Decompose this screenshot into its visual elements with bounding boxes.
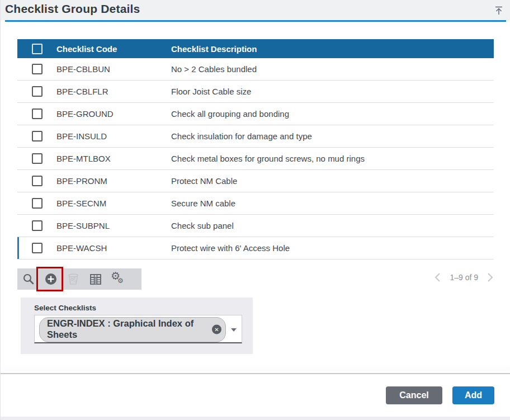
collapse-to-top-icon[interactable] [494,6,504,16]
gears-glyph: ⚙ ⚙ [111,272,125,286]
pagination: 1–9 of 9 [435,272,493,282]
row-code: BPE-WACSH [56,243,171,253]
window-bottom-edge [1,417,510,420]
table-row[interactable]: BPE-MTLBOX Check metal boxes for ground … [17,148,494,170]
grid-view-icon[interactable] [84,268,107,290]
add-icon[interactable] [40,268,62,290]
checklist-group-details-dialog: Checklist Group Details Checklist Code C… [0,0,510,420]
row-checkbox[interactable] [32,64,42,74]
row-checkbox[interactable] [32,131,42,141]
table-body: BPE-CBLBUN No > 2 Cables bundled BPE-CBL… [17,58,494,259]
row-description: Check sub panel [171,221,494,230]
row-description: Protect wire with 6' Access Hole [171,243,494,253]
pagination-label: 1–9 of 9 [450,273,478,282]
footer-divider [1,373,510,374]
table-row[interactable]: BPE-INSULD Check insulation for damage a… [17,125,494,148]
row-description: Protect NM Cable [171,176,494,186]
row-checkbox[interactable] [32,86,42,97]
row-code: BPE-PRONM [56,176,171,186]
select-checklists-panel: Select Checklists ENGR-INDEX : Graphical… [21,298,253,354]
page-title: Checklist Group Details [5,2,140,16]
chevron-left-icon[interactable] [435,272,441,282]
delete-icon [62,268,84,290]
search-icon[interactable] [17,268,40,290]
checklist-table: Checklist Code Checklist Description BPE… [17,39,494,259]
table-row[interactable]: BPE-SECNM Secure NM cable [17,192,494,215]
row-code: BPE-CBLBUN [56,64,171,74]
column-header-checklist-code[interactable]: Checklist Code [56,44,171,54]
row-checkbox[interactable] [32,108,42,119]
select-checklists-label: Select Checklists [34,304,96,312]
caret-down-icon[interactable] [231,328,237,332]
select-all-checkbox[interactable] [32,44,42,54]
checklist-multiselect-input[interactable]: ENGR-INDEX : Graphical Index of Sheets ✕ [34,315,242,343]
row-description: No > 2 Cables bundled [171,64,494,74]
chip-label: ENGR-INDEX : Graphical Index of Sheets [47,318,209,341]
row-checkbox[interactable] [32,176,42,186]
row-code: BPE-MTLBOX [56,154,171,163]
row-description: Secure NM cable [171,199,494,208]
row-description: Check metal boxes for ground screws, no … [171,154,494,163]
row-code: BPE-SECNM [56,199,171,208]
cancel-button[interactable]: Cancel [386,386,442,404]
header-accent-line [5,20,506,22]
table-header-row: Checklist Code Checklist Description [17,39,494,58]
table-row[interactable]: BPE-WACSH Protect wire with 6' Access Ho… [17,237,494,259]
table-row[interactable]: BPE-SUBPNL Check sub panel [17,215,494,237]
table-toolbar: ⚙ ⚙ [17,268,141,290]
row-code: BPE-CBLFLR [56,87,171,96]
row-checkbox[interactable] [32,198,42,209]
column-header-checklist-description[interactable]: Checklist Description [171,44,494,54]
row-code: BPE-INSULD [56,131,171,141]
table-row[interactable]: BPE-GROUND Check all grouping and bondin… [17,103,494,125]
remove-chip-icon[interactable]: ✕ [212,325,221,334]
row-description: Check all grouping and bonding [171,109,494,119]
row-code: BPE-GROUND [56,109,171,119]
row-description: Check insulation for damage and type [171,131,494,141]
settings-gears-icon[interactable]: ⚙ ⚙ [107,268,129,290]
table-row[interactable]: BPE-PRONM Protect NM Cable [17,170,494,192]
table-row[interactable]: BPE-CBLBUN No > 2 Cables bundled [17,58,494,81]
row-code: BPE-SUBPNL [56,221,171,230]
add-button[interactable]: Add [452,386,494,404]
dialog-header: Checklist Group Details [1,0,510,20]
selected-checklist-chip[interactable]: ENGR-INDEX : Graphical Index of Sheets ✕ [39,317,226,342]
table-row[interactable]: BPE-CBLFLR Floor Joist Cable size [17,81,494,103]
chevron-right-icon[interactable] [487,272,493,282]
row-checkbox[interactable] [32,153,42,164]
row-description: Floor Joist Cable size [171,87,494,96]
row-checkbox[interactable] [32,220,42,231]
row-checkbox[interactable] [32,243,42,253]
